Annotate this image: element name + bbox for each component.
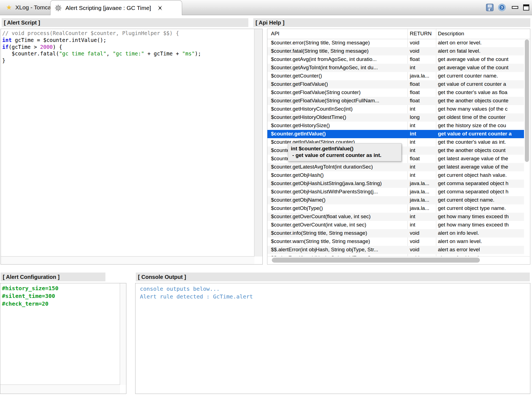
- description-cell: get the history size of the cou: [438, 122, 524, 129]
- minimize-icon[interactable]: [512, 4, 519, 11]
- gear-icon: [54, 4, 62, 12]
- api-row[interactable]: $counter.getFloatValue()floatget value o…: [267, 80, 524, 89]
- api-cell: $counter.getAvgToInt(int fromAgoSec, int…: [271, 65, 407, 71]
- description-cell: alert on warn level.: [438, 238, 524, 244]
- api-row[interactable]: $counter.info(String title, String messa…: [267, 229, 524, 237]
- save-icon[interactable]: [486, 3, 494, 12]
- help-icon[interactable]: ?: [498, 3, 506, 12]
- return-cell: int: [410, 164, 435, 170]
- description-cell: get comma separated object h: [438, 189, 524, 195]
- return-cell: int: [410, 106, 435, 112]
- alert-script-header: [ Alert Script ]: [2, 18, 248, 27]
- config-edit-area[interactable]: #history_size=150#silent_time=300#check_…: [0, 283, 120, 385]
- description-cell: get value of current counter a: [438, 81, 524, 87]
- api-table-header: API RETURN Description: [267, 29, 530, 39]
- code-edit-area[interactable]: // void process(RealCounter $counter, Pl…: [1, 29, 254, 257]
- api-cell: $counter.fatal(String title, String mess…: [271, 48, 407, 54]
- api-help-table: API RETURN Description $counter.error(St…: [267, 29, 530, 265]
- alert-configuration-editor[interactable]: #history_size=150#silent_time=300#check_…: [0, 283, 126, 394]
- return-cell: int: [410, 139, 435, 145]
- api-cell: $counter.getOverCount(float value, int s…: [271, 213, 407, 220]
- return-cell: int: [410, 147, 435, 153]
- tooltip-description: - get value of current counter as int.: [291, 152, 398, 159]
- alert-scripting-window: ★ XLog - Tomcat Alert Scripting [javaee …: [0, 0, 532, 395]
- table-horizontal-scrollbar-thumb[interactable]: [272, 258, 480, 263]
- console-line: console outputs below...: [140, 285, 253, 293]
- return-cell: void: [410, 40, 435, 46]
- code-line: $counter.fatal("gc time fatal", "gc time…: [2, 50, 254, 57]
- api-cell: $counter.getFloatValue(): [271, 81, 407, 87]
- api-row[interactable]: $counter.getObjType()java.la...get curre…: [267, 204, 524, 213]
- tab-xlog-tomcat[interactable]: ★ XLog - Tomcat: [1, 0, 50, 15]
- description-cell: alert as error level: [438, 247, 524, 253]
- alert-script-editor[interactable]: // void process(RealCounter $counter, Pl…: [1, 29, 263, 265]
- api-row[interactable]: $counter.getAvg(int fromAgoSec, int dura…: [267, 55, 524, 64]
- api-cell: $counter.getObjName(): [271, 197, 407, 203]
- table-horizontal-scrollbar-track: [268, 256, 530, 264]
- config-line: #silent_time=300: [2, 292, 58, 300]
- return-cell: java.la...: [410, 73, 435, 79]
- column-header-api[interactable]: API: [271, 31, 407, 37]
- config-horizontal-scrollbar[interactable]: [0, 385, 120, 394]
- api-row[interactable]: $counter.getFloatValue(String counter)fl…: [267, 89, 524, 97]
- description-cell: get the counter's value as int.: [438, 139, 524, 145]
- console-output-panel[interactable]: console outputs below...Alert rule detec…: [135, 283, 530, 394]
- api-row[interactable]: $counter.getObjHashListWithParentsString…: [267, 188, 524, 196]
- api-row[interactable]: $counter.getHistoryOldestTime()longget o…: [267, 113, 524, 122]
- return-cell: java.la...: [410, 205, 435, 211]
- api-row[interactable]: $counter.getObjHashListString(java.lang.…: [267, 180, 524, 188]
- table-vertical-scrollbar-thumb[interactable]: [525, 39, 529, 162]
- description-cell: get the another objects count: [438, 147, 524, 153]
- column-header-return[interactable]: RETURN: [410, 31, 435, 37]
- alert-configuration-header: [ Alert Configuration ]: [1, 273, 105, 281]
- api-row[interactable]: $counter.getObjHash()intget current obje…: [267, 171, 524, 180]
- api-row[interactable]: $counter.warn(String title, String messa…: [267, 237, 524, 246]
- maximize-icon[interactable]: [523, 4, 530, 11]
- description-cell: get oldest time of the counter: [438, 114, 524, 120]
- code-line: // void process(RealCounter $counter, Pl…: [2, 30, 254, 37]
- api-cell: $counter.getCounter(): [271, 73, 407, 79]
- description-cell: get average value of the count: [438, 56, 524, 62]
- api-row[interactable]: $counter.getHistorySize()intget the hist…: [267, 122, 524, 130]
- api-cell: $counter.getOverCount(int value, int sec…: [271, 222, 407, 228]
- tab-bar: ★ XLog - Tomcat Alert Scripting [javaee …: [0, 0, 532, 15]
- star-icon: ★: [6, 4, 12, 11]
- api-row-selected[interactable]: $counter.getIntValue()intget value of cu…: [267, 130, 524, 138]
- api-row[interactable]: $counter.fatal(String title, String mess…: [267, 47, 524, 55]
- api-row[interactable]: $counter.getCounter()java.la...get curre…: [267, 72, 524, 80]
- close-icon[interactable]: [157, 5, 163, 11]
- api-cell: $counter.getHistorySize(): [271, 122, 407, 129]
- api-row[interactable]: $counter.getOverCount(int value, int sec…: [267, 221, 524, 229]
- description-cell: get average value of the count: [438, 65, 524, 71]
- description-cell: get how many times exceed th: [438, 222, 524, 228]
- api-row[interactable]: $counter.getLatestAvgToInt(int durationS…: [267, 163, 524, 171]
- return-cell: float: [410, 89, 435, 95]
- editor-vertical-scrollbar[interactable]: [254, 29, 262, 257]
- api-row[interactable]: $counter.getOverCount(float value, int s…: [267, 213, 524, 221]
- api-row[interactable]: $$.alertError(int objHash, String objTyp…: [267, 246, 524, 254]
- code-line: if(gcTime > 2000) {: [2, 44, 254, 50]
- return-cell: int: [410, 131, 435, 137]
- api-row[interactable]: $counter.getAvgToInt(int fromAgoSec, int…: [267, 64, 524, 72]
- config-vertical-scrollbar[interactable]: [120, 283, 126, 385]
- column-header-description[interactable]: Description: [438, 31, 524, 37]
- api-row[interactable]: $counter.getObjName()java.la...get curre…: [267, 196, 524, 204]
- api-row[interactable]: $counter.error(String title, String mess…: [267, 39, 524, 47]
- return-cell: int: [410, 213, 435, 220]
- api-row[interactable]: $counter.getHistoryCountInSec(int)intget…: [267, 105, 524, 113]
- api-cell: $counter.getLatestAvgToInt(int durationS…: [271, 164, 407, 170]
- description-cell: get the counter's value as floa: [438, 89, 524, 95]
- description-cell: get the another objects counte: [438, 98, 524, 104]
- return-cell: long: [410, 114, 435, 120]
- api-row[interactable]: $counter.getFloatValue(String objectFull…: [267, 97, 524, 105]
- tab-alert-scripting[interactable]: Alert Scripting [javaee : GC Time]: [50, 0, 182, 15]
- api-cell: $counter.getObjHash(): [271, 172, 407, 178]
- description-cell: get current object type name.: [438, 205, 524, 211]
- return-cell: java.la...: [410, 189, 435, 195]
- description-cell: get current object name.: [438, 197, 524, 203]
- api-cell: $counter.getObjType(): [271, 205, 407, 211]
- code-line: int gcTime = $counter.intValue();: [2, 37, 254, 44]
- editor-horizontal-scrollbar[interactable]: [1, 257, 254, 264]
- description-cell: get value of current counter a: [438, 131, 524, 137]
- code-text: // void process(RealCounter $counter, Pl…: [2, 30, 254, 64]
